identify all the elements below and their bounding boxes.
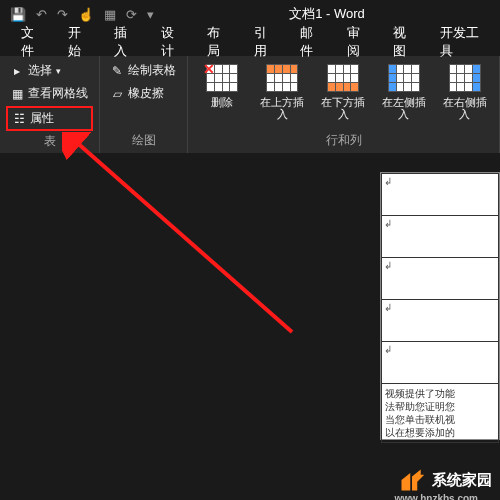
watermark-logo-icon bbox=[398, 466, 426, 494]
properties-label: 属性 bbox=[30, 110, 54, 127]
table-cell[interactable]: ↲ bbox=[382, 216, 499, 258]
insert-above-label: 在上方插入 bbox=[259, 96, 306, 120]
chevron-down-icon: ▾ bbox=[56, 66, 61, 76]
insert-below-label: 在下方插入 bbox=[320, 96, 367, 120]
insert-right-icon bbox=[448, 63, 482, 93]
group-rows-cols: ✕ 删除 在上方插入 在下方插入 在左侧插入 bbox=[188, 56, 500, 153]
table-cell[interactable]: ↲ bbox=[382, 174, 499, 216]
draw-label: 绘制表格 bbox=[128, 62, 176, 79]
eraser-label: 橡皮擦 bbox=[128, 85, 164, 102]
document-page[interactable]: ↲ ↲ ↲ ↲ ↲ 视频提供了功能 法帮助您证明您 当您单击联机视 以在想要添加… bbox=[380, 172, 500, 440]
gridlines-label: 查看网格线 bbox=[28, 85, 88, 102]
pencil-icon: ✎ bbox=[110, 64, 124, 78]
eraser-button[interactable]: ▱ 橡皮擦 bbox=[106, 83, 181, 104]
select-button[interactable]: ▸ 选择 ▾ bbox=[6, 60, 93, 81]
table-cell[interactable]: ↲ bbox=[382, 258, 499, 300]
insert-right-label: 在右侧插入 bbox=[441, 96, 488, 120]
ribbon: ▸ 选择 ▾ ▦ 查看网格线 ☷ 属性 表 ✎ 绘制表格 ▱ 橡皮擦 bbox=[0, 56, 500, 154]
watermark: 系统家园 www.hnzkbs.com bbox=[398, 466, 492, 494]
text-line: 法帮助您证明您 bbox=[385, 400, 495, 413]
table-cell[interactable]: ↲ bbox=[382, 300, 499, 342]
text-line: 当您单击联机视 bbox=[385, 413, 495, 426]
watermark-url: www.hnzkbs.com bbox=[394, 493, 478, 500]
group-draw-label: 绘图 bbox=[106, 130, 181, 151]
insert-below-icon bbox=[326, 63, 360, 93]
group-table-label: 表 bbox=[6, 131, 93, 152]
delete-label: 删除 bbox=[211, 96, 233, 108]
group-draw: ✎ 绘制表格 ▱ 橡皮擦 绘图 bbox=[100, 56, 188, 153]
watermark-text: 系统家园 bbox=[432, 471, 492, 490]
group-table: ▸ 选择 ▾ ▦ 查看网格线 ☷ 属性 表 bbox=[0, 56, 100, 153]
text-line: 视频提供了功能 bbox=[385, 387, 495, 400]
table-cell-text[interactable]: 视频提供了功能 法帮助您证明您 当您单击联机视 以在想要添加的 bbox=[382, 384, 499, 443]
draw-table-button[interactable]: ✎ 绘制表格 bbox=[106, 60, 181, 81]
insert-left-button[interactable]: 在左侧插入 bbox=[376, 60, 433, 120]
insert-right-button[interactable]: 在右侧插入 bbox=[436, 60, 493, 120]
delete-button[interactable]: ✕ 删除 bbox=[194, 60, 250, 120]
insert-above-button[interactable]: 在上方插入 bbox=[254, 60, 311, 120]
document-table[interactable]: ↲ ↲ ↲ ↲ ↲ 视频提供了功能 法帮助您证明您 当您单击联机视 以在想要添加… bbox=[381, 173, 499, 443]
gridlines-button[interactable]: ▦ 查看网格线 bbox=[6, 83, 93, 104]
cursor-icon: ▸ bbox=[10, 64, 24, 78]
delete-icon: ✕ bbox=[205, 63, 239, 93]
properties-button[interactable]: ☷ 属性 bbox=[6, 106, 93, 131]
text-line: 以在想要添加的 bbox=[385, 426, 495, 439]
eraser-icon: ▱ bbox=[110, 87, 124, 101]
insert-left-icon bbox=[387, 63, 421, 93]
group-rows-cols-label: 行和列 bbox=[194, 130, 493, 151]
properties-icon: ☷ bbox=[12, 112, 26, 126]
insert-above-icon bbox=[265, 63, 299, 93]
ribbon-tabs: 文件 开始 插入 设计 布局 引用 邮件 审阅 视图 开发工具 bbox=[0, 28, 500, 56]
insert-below-button[interactable]: 在下方插入 bbox=[315, 60, 372, 120]
insert-left-label: 在左侧插入 bbox=[381, 96, 428, 120]
select-label: 选择 bbox=[28, 62, 52, 79]
table-cell[interactable]: ↲ bbox=[382, 342, 499, 384]
grid-icon: ▦ bbox=[10, 87, 24, 101]
